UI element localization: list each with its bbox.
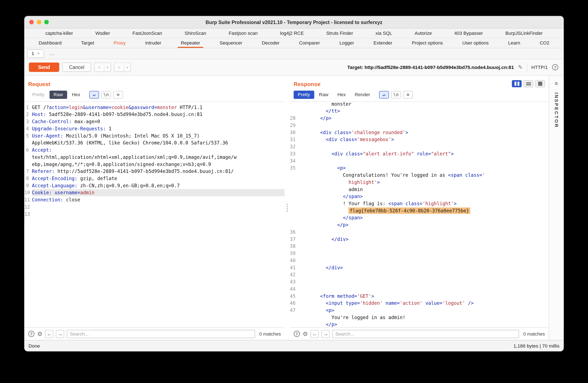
panel-splitter[interactable]	[285, 76, 290, 340]
line-number: 10	[24, 189, 32, 196]
search-prev-icon[interactable]: ←	[311, 330, 319, 338]
main-tab-intruder[interactable]: Intruder	[142, 38, 164, 48]
line-number: 41	[290, 264, 297, 271]
http-version-selector[interactable]: HTTP/1	[531, 64, 548, 70]
code-text: </div>	[297, 236, 549, 243]
repeater-tab-1[interactable]: 1 ×	[27, 49, 44, 57]
main-tab-proxy[interactable]: Proxy	[111, 38, 129, 48]
code-text: Cache-Control: max-age=0	[32, 118, 285, 125]
main-tab-sequencer[interactable]: Sequencer	[217, 38, 245, 48]
zoom-window-button[interactable]	[44, 20, 49, 24]
history-back-button[interactable]: <	[94, 63, 104, 72]
line-number: 29	[290, 122, 297, 129]
inspector-collapse-icon[interactable]: ≡	[555, 80, 558, 86]
show-newlines-toggle-icon[interactable]: \n	[101, 91, 111, 98]
main-tab-decoder[interactable]: Decoder	[259, 38, 282, 48]
help-icon[interactable]: ?	[552, 64, 558, 70]
search-next-icon[interactable]: →	[56, 330, 64, 338]
ext-tab-burpjslinkfinder[interactable]: BurpJSLinkFinder	[503, 31, 546, 36]
line-number: 35	[290, 164, 297, 172]
close-tab-icon[interactable]: ×	[37, 51, 40, 56]
editor-tab-raw[interactable]: Raw	[49, 91, 67, 99]
editor-menu-icon[interactable]: ≡	[403, 91, 413, 98]
line-number: 9	[24, 182, 32, 189]
editor-tab-pretty[interactable]: Pretty	[294, 91, 314, 99]
main-tab-extender[interactable]: Extender	[370, 38, 395, 48]
code-text: <input type='hidden' name='action' value…	[297, 300, 549, 307]
ext-tab-403-bypasser[interactable]: 403 Bypasser	[451, 31, 486, 36]
ext-tab-struts-finder[interactable]: Struts Finder	[323, 31, 356, 36]
editor-menu-icon[interactable]: ≡	[113, 91, 123, 98]
main-tab-logger[interactable]: Logger	[336, 38, 357, 48]
editor-tab-raw[interactable]: Raw	[315, 91, 333, 99]
history-back-control: < ▾	[94, 63, 111, 72]
layout-single-button[interactable]	[535, 80, 545, 87]
line-number: 30	[290, 129, 297, 136]
code-text: <p>	[297, 164, 549, 172]
ext-tab-autorize[interactable]: Autorize	[412, 31, 435, 36]
search-settings-icon[interactable]: ⚙	[303, 330, 308, 337]
send-button[interactable]: Send	[29, 63, 59, 72]
line-number	[290, 193, 297, 200]
code-line: 3Cache-Control: max-age=0	[24, 118, 285, 125]
request-search-input[interactable]	[67, 330, 255, 338]
line-number: 33	[290, 150, 297, 157]
close-window-button[interactable]	[29, 20, 34, 24]
request-editor[interactable]: 1GET /?action=login&username=cookie&pass…	[24, 101, 285, 327]
code-text	[32, 203, 285, 211]
code-text: <div class="alert alert-info" role="aler…	[297, 150, 549, 157]
history-forward-dropdown-icon[interactable]: ▾	[124, 63, 130, 72]
show-newlines-toggle-icon[interactable]: \n	[391, 91, 401, 98]
code-text	[297, 157, 549, 165]
window-title: Burp Suite Professional v2021.10 - Tempo…	[206, 19, 382, 25]
ext-tab-fastjson-scan[interactable]: Fastjson scan	[226, 31, 261, 36]
editor-tab-hex[interactable]: Hex	[333, 91, 350, 99]
search-help-icon[interactable]: ?	[294, 331, 300, 337]
editor-tab-render[interactable]: Render	[351, 91, 374, 99]
code-line: 2Host: 5adf528e-2889-4141-b097-b5d994e3b…	[24, 111, 285, 118]
main-tab-repeater[interactable]: Repeater	[178, 38, 203, 48]
layout-columns-button[interactable]	[512, 80, 522, 87]
code-line: 38	[290, 243, 548, 250]
splitter-grip-icon	[287, 204, 288, 212]
ext-tab-fastjsonscan[interactable]: FastJsonScan	[129, 31, 165, 36]
main-tab-learn[interactable]: Learn	[505, 38, 523, 48]
search-next-icon[interactable]: →	[321, 330, 330, 338]
line-number: 31	[290, 136, 297, 143]
inspector-sidebar[interactable]: ≡ INSPECTOR	[549, 76, 564, 340]
soft-wrap-toggle-icon[interactable]: ↵	[89, 91, 99, 98]
cancel-button[interactable]: Cancel	[62, 63, 91, 72]
search-settings-icon[interactable]: ⚙	[37, 330, 42, 337]
edit-target-icon[interactable]: ✎	[518, 64, 523, 71]
search-help-icon[interactable]: ?	[28, 331, 34, 337]
history-forward-button[interactable]: >	[114, 63, 124, 72]
editor-tab-pretty[interactable]: Pretty	[28, 91, 49, 99]
main-tab-project-options[interactable]: Project options	[409, 38, 446, 48]
response-editor[interactable]: monster </tt>28 </p>2930 <div class='cha…	[290, 101, 548, 327]
editor-tab-hex[interactable]: Hex	[68, 91, 84, 99]
ext-tab-captcha-killer[interactable]: captcha-killer	[42, 31, 76, 36]
ext-tab-xia-sql[interactable]: xia SQL	[373, 31, 395, 36]
soft-wrap-toggle-icon[interactable]: ↵	[379, 91, 389, 98]
line-number: 40	[290, 257, 297, 264]
line-number	[290, 172, 297, 179]
main-tab-dashboard[interactable]: Dashboard	[36, 38, 65, 48]
layout-rows-button[interactable]	[524, 80, 533, 87]
code-text: Accept:	[32, 146, 285, 153]
extension-tab-row: captcha-killerWsdlerFastJsonScanShiroSca…	[24, 28, 564, 38]
code-line: 31 <div class='messagebox'>	[290, 136, 548, 143]
main-tab-comparer[interactable]: Comparer	[296, 38, 323, 48]
titlebar: Burp Suite Professional v2021.10 - Tempo…	[24, 16, 564, 28]
main-tab-user-options[interactable]: User options	[459, 38, 492, 48]
ext-tab-shiroscan[interactable]: ShiroScan	[182, 31, 209, 36]
code-line: flag{febe78bb-526f-4c90-8b20-376a0ee775b…	[290, 207, 548, 214]
ext-tab-wsdler[interactable]: Wsdler	[92, 31, 113, 36]
minimize-window-button[interactable]	[37, 20, 41, 24]
response-search-input[interactable]	[333, 330, 519, 338]
main-tab-co2[interactable]: CO2	[537, 38, 552, 48]
more-tabs-button[interactable]: ...	[50, 51, 55, 56]
search-prev-icon[interactable]: ←	[45, 330, 53, 338]
history-back-dropdown-icon[interactable]: ▾	[104, 63, 111, 72]
ext-tab-log4j2-rce[interactable]: log4j2 RCE	[277, 31, 307, 36]
main-tab-target[interactable]: Target	[78, 38, 97, 48]
